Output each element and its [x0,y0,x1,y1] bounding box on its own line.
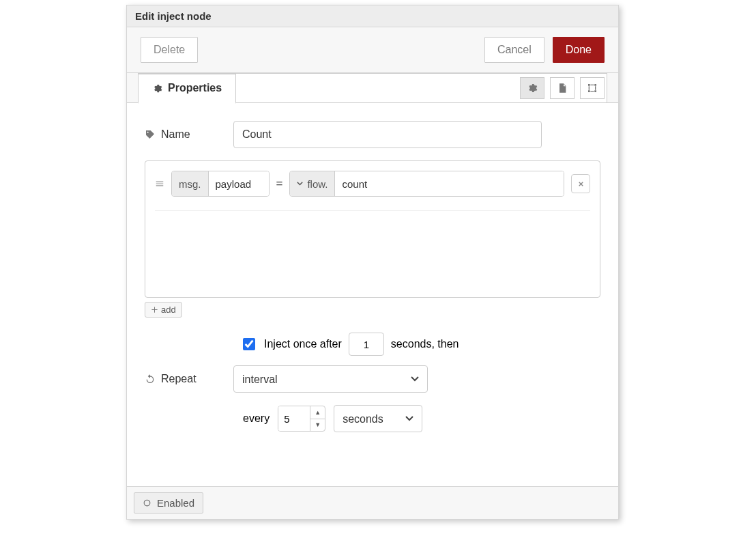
close-icon [577,180,585,188]
every-unit-select[interactable]: seconds [334,405,422,432]
every-value-input[interactable]: ▲ ▼ [278,406,325,432]
msg-field-input[interactable] [209,171,269,196]
dialog-title: Edit inject node [127,5,618,27]
document-icon [557,83,568,94]
value-type-selector[interactable]: flow. [290,171,335,196]
appearance-icon [587,83,598,94]
value-type-prefix: flow. [307,178,328,190]
tab-description-button[interactable] [550,77,575,99]
name-label-text: Name [161,128,190,141]
tabs-row: Properties [127,73,618,103]
plus-icon [151,306,158,313]
gear-icon [527,83,538,94]
repeat-label: Repeat [145,373,233,385]
dialog-footer: Enabled [127,486,618,519]
name-label: Name [145,128,233,141]
inject-once-label: Inject once after [264,338,342,350]
value-field-input[interactable] [335,171,564,196]
payload-listbox: msg. = flow. [145,160,600,298]
inject-once-checkbox[interactable] [243,338,255,350]
value-typedinput[interactable]: flow. [289,171,564,197]
tab-settings-button[interactable] [520,77,544,99]
remove-row-button[interactable] [571,174,590,193]
stepper-down-icon[interactable]: ▼ [310,419,325,432]
chevron-down-icon [297,182,303,186]
properties-panel: Name msg. = flow. [127,103,618,506]
msg-typedinput[interactable]: msg. [171,171,270,197]
tab-properties-label: Properties [168,82,222,94]
inject-once-delay-input[interactable] [349,333,384,356]
add-row-button[interactable]: add [145,302,182,318]
add-button-label: add [161,305,176,315]
inject-once-suffix: seconds, then [391,338,459,350]
dialog-button-bar: Delete Cancel Done [127,27,618,73]
refresh-icon [145,374,156,384]
msg-prefix[interactable]: msg. [172,171,209,196]
payload-row: msg. = flow. [155,171,590,211]
repeat-label-text: Repeat [161,373,197,385]
svg-point-0 [144,500,150,506]
stepper-up-icon[interactable]: ▲ [310,406,325,419]
repeat-mode-select[interactable]: interval [233,365,428,393]
every-label: every [243,412,270,425]
name-input[interactable] [233,121,542,148]
delete-button[interactable]: Delete [141,37,198,63]
edit-inject-node-dialog: Edit inject node Delete Cancel Done Prop… [126,5,619,520]
enabled-label: Enabled [157,497,194,509]
drag-handle-icon[interactable] [155,179,164,188]
tab-properties[interactable]: Properties [138,74,236,104]
done-button[interactable]: Done [553,37,605,63]
equals-sign: = [276,177,283,191]
tag-icon [145,129,156,140]
cancel-button[interactable]: Cancel [484,37,544,63]
enabled-toggle-button[interactable]: Enabled [134,492,203,514]
circle-icon [143,498,151,507]
every-value-field[interactable] [278,406,310,431]
tab-appearance-button[interactable] [580,77,605,99]
gear-icon [152,83,162,94]
